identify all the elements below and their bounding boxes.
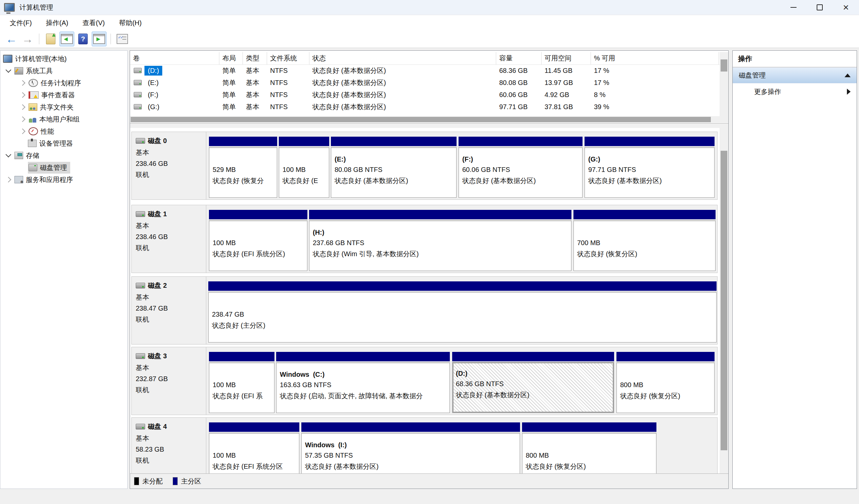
show-console-tree-button[interactable]	[59, 32, 74, 46]
partition-efi[interactable]: 100 MB状态良好 (EFI 系统分区)	[209, 210, 307, 271]
partition-size: 800 MB	[620, 381, 714, 392]
chevron-right-icon[interactable]	[20, 92, 26, 98]
column-free-space[interactable]: 可用空间	[542, 52, 591, 64]
chevron-down-icon[interactable]	[6, 152, 12, 157]
tree-item-performance[interactable]: 性能	[0, 125, 127, 137]
disk-label[interactable]: 磁盘 2 基本 238.47 GB 联机	[132, 277, 206, 344]
partition-efi[interactable]: 100 MB状态良好 (EFI 系统分区	[209, 423, 299, 474]
tree-item-label: 共享文件夹	[40, 103, 74, 112]
disk-management-icon	[29, 164, 37, 171]
scrollbar-thumb[interactable]	[131, 117, 711, 122]
volume-row-d[interactable]: (D:) 简单 基本 NTFS 状态良好 (基本数据分区) 68.36 GB 1…	[130, 64, 720, 77]
volume-type: 基本	[243, 103, 267, 111]
partition-i-windows[interactable]: Windows (I:)57.35 GB NTFS状态良好 (基本数据分区)	[301, 423, 520, 474]
partition-f[interactable]: (F:)60.06 GB NTFS状态良好 (基本数据分区)	[458, 137, 583, 198]
partition-g[interactable]: (G:)97.71 GB NTFS状态良好 (基本数据分区)	[585, 137, 714, 198]
partition-efi[interactable]: 100 MB状态良好 (E	[279, 137, 329, 198]
tree-item-disk-management[interactable]: 磁盘管理	[0, 162, 127, 173]
volume-row-e[interactable]: (E:) 简单 基本 NTFS 状态良好 (基本数据分区) 80.08 GB 1…	[130, 77, 720, 89]
chevron-right-icon[interactable]	[20, 128, 26, 134]
actions-group-disk-management[interactable]: 磁盘管理	[733, 67, 857, 83]
tree-item-device-manager[interactable]: 设备管理器	[0, 137, 127, 149]
partition-status: 状态良好 (恢复分区)	[620, 392, 714, 402]
help-button[interactable]: ?	[76, 32, 90, 46]
volume-status: 状态良好 (基本数据分区)	[310, 90, 496, 100]
restore-button[interactable]	[807, 0, 833, 15]
collapse-icon[interactable]	[845, 74, 850, 77]
show-action-pane-button[interactable]	[92, 32, 106, 46]
menu-view[interactable]: 查看(V)	[75, 15, 112, 31]
scrollbar-thumb[interactable]	[721, 151, 727, 450]
partition-size: 68.36 GB NTFS	[456, 380, 613, 391]
column-status[interactable]: 状态	[310, 52, 496, 64]
chevron-right-icon[interactable]	[20, 117, 26, 122]
volume-list-vertical-scrollbar[interactable]	[720, 52, 728, 123]
tree-item-system-tools[interactable]: 系统工具	[0, 65, 127, 77]
close-button[interactable]: ×	[833, 0, 859, 15]
forward-button[interactable]: →	[20, 32, 35, 46]
legend-label-unallocated: 未分配	[142, 477, 163, 486]
partition-status: 状态良好 (Wim 引导, 基本数据分区)	[313, 249, 571, 260]
partition-d-selected[interactable]: (D:)68.36 GB NTFS状态良好 (基本数据分区)	[452, 352, 614, 413]
disk-status: 联机	[136, 315, 206, 324]
tree-item-computer-management[interactable]: 计算机管理(本地)	[0, 53, 127, 65]
partition-size: 100 MB	[283, 166, 329, 176]
chevron-right-icon[interactable]	[20, 80, 26, 86]
restore-icon	[817, 4, 823, 11]
help-icon: ?	[78, 34, 88, 44]
disk-label[interactable]: 磁盘 3 基本 232.87 GB 联机	[132, 347, 206, 415]
disk-label[interactable]: 磁盘 4 基本 58.23 GB 联机	[132, 418, 206, 474]
partition-recovery[interactable]: 800 MB状态良好 (恢复分区)	[522, 423, 657, 474]
partition-recovery[interactable]: 529 MB状态良好 (恢复分	[209, 137, 277, 198]
disk-label[interactable]: 磁盘 0 基本 238.46 GB 联机	[132, 132, 206, 199]
tree-item-event-viewer[interactable]: 事件查看器	[0, 89, 127, 101]
minimize-button[interactable]	[780, 0, 807, 15]
disk-row-0: 磁盘 0 基本 238.46 GB 联机 529 MB状态良好 (恢复分 100…	[131, 132, 718, 200]
menu-help[interactable]: 帮助(H)	[112, 15, 149, 31]
chevron-right-icon[interactable]	[20, 104, 26, 110]
partition-name: Windows (I:)	[305, 441, 520, 452]
column-type[interactable]: 类型	[243, 52, 267, 64]
close-icon: ×	[843, 2, 849, 12]
partition-efi[interactable]: 100 MB状态良好 (EFI 系	[209, 352, 274, 413]
partition-status: 状态良好 (基本数据分区)	[462, 176, 582, 187]
column-volume[interactable]: 卷	[130, 52, 220, 64]
partition-h[interactable]: (H:)237.68 GB NTFS状态良好 (Wim 引导, 基本数据分区)	[309, 210, 571, 271]
column-capacity[interactable]: 容量	[496, 52, 542, 64]
volume-percent: 39 %	[591, 103, 719, 111]
partition-size: 163.63 GB NTFS	[280, 381, 450, 392]
column-percent-free[interactable]: % 可用	[591, 52, 719, 64]
chevron-right-icon[interactable]	[6, 177, 12, 183]
tree-item-storage[interactable]: 存储	[0, 149, 127, 162]
customize-button[interactable]	[115, 32, 130, 46]
scrollbar-thumb[interactable]	[721, 59, 727, 72]
column-filesystem[interactable]: 文件系统	[267, 52, 310, 64]
more-actions-item[interactable]: 更多操作	[733, 83, 857, 100]
volume-row-g[interactable]: (G:) 简单 基本 NTFS 状态良好 (基本数据分区) 97.71 GB 3…	[130, 101, 720, 113]
volume-row-f[interactable]: (F:) 简单 基本 NTFS 状态良好 (基本数据分区) 60.06 GB 4…	[130, 89, 720, 101]
volume-capacity: 80.08 GB	[496, 79, 542, 87]
tree-item-shared-folders[interactable]: 共享文件夹	[0, 101, 127, 113]
partition-e[interactable]: (E:)80.08 GB NTFS状态良好 (基本数据分区)	[331, 137, 456, 198]
tree-item-task-scheduler[interactable]: 任务计划程序	[0, 77, 127, 89]
actions-pane: 操作 磁盘管理 更多操作	[732, 50, 857, 489]
partition-recovery[interactable]: 800 MB状态良好 (恢复分区)	[616, 352, 714, 413]
partition-c-windows[interactable]: Windows (C:)163.63 GB NTFS状态良好 (启动, 页面文件…	[276, 352, 450, 413]
partition-primary[interactable]: 238.47 GB状态良好 (主分区)	[208, 281, 717, 342]
disk-icon	[136, 211, 145, 217]
back-arrow-icon: ←	[6, 33, 17, 45]
partition-status: 状态良好 (恢复分区)	[577, 249, 715, 260]
volume-list-horizontal-scrollbar[interactable]	[130, 116, 720, 123]
menu-action[interactable]: 操作(A)	[39, 15, 76, 31]
disk-label[interactable]: 磁盘 1 基本 238.46 GB 联机	[132, 205, 206, 273]
back-button[interactable]: ←	[4, 32, 19, 46]
chevron-down-icon[interactable]	[6, 67, 12, 73]
menu-file[interactable]: 文件(F)	[3, 15, 39, 31]
partition-recovery[interactable]: 700 MB状态良好 (恢复分区)	[573, 210, 715, 271]
disk-view-vertical-scrollbar[interactable]	[720, 128, 728, 474]
tree-item-local-users-groups[interactable]: 本地用户和组	[0, 113, 127, 125]
export-list-button[interactable]	[43, 32, 58, 46]
partition-name	[283, 155, 329, 166]
column-layout[interactable]: 布局	[220, 52, 243, 64]
tree-item-services-applications[interactable]: 服务和应用程序	[0, 173, 127, 186]
